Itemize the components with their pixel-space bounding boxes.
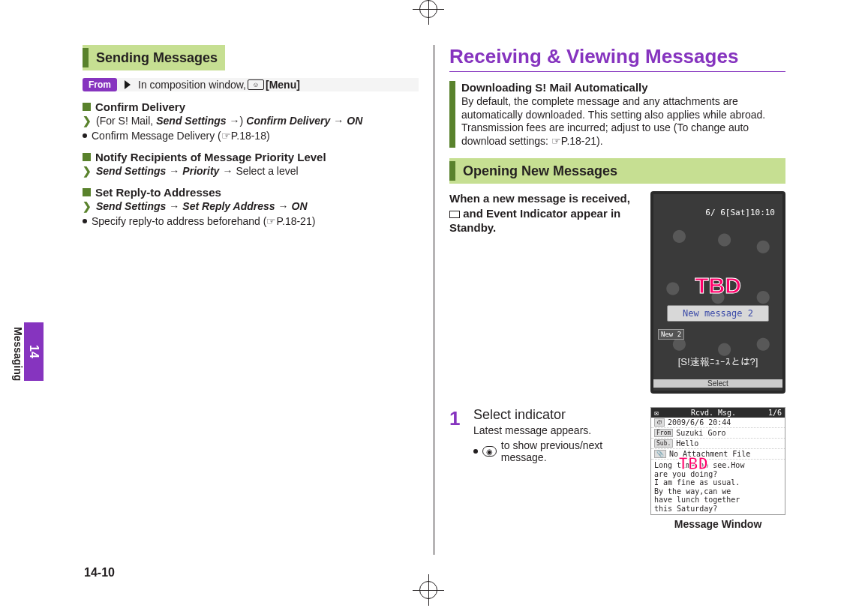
note-set-replyto: Specify reply-to address beforehand (☞P.… (83, 215, 419, 227)
mail-icon: ✉ (654, 409, 659, 417)
right-column: Receiving & Viewing Messages Downloading… (434, 45, 800, 555)
msg-from-row: From Suzuki Goro (651, 428, 785, 439)
path-notify-priority: ❯ Send Settings → Priority → Select a le… (83, 165, 419, 177)
info-auto-download: Downloading S! Mail Automatically By def… (449, 81, 785, 148)
mail-key-icon: ☺ (248, 79, 264, 90)
crop-mark-bottom (419, 581, 449, 611)
square-bullet-icon (83, 188, 91, 196)
msg-date-row: ⏱ 2009/6/6 20:44 (651, 418, 785, 428)
from-badge: From (83, 78, 117, 91)
chevron-right-icon: ❯ (83, 115, 92, 127)
softkey-select: Select (653, 379, 782, 388)
right-title: Receiving & Viewing Messages (449, 45, 785, 72)
section-opening-new: Opening New Messages (449, 158, 785, 184)
message-window-mock: ✉ Rcvd. Msg. 1/6 ⏱ 2009/6/6 20:44 From S… (650, 407, 785, 515)
section-bar-mark (83, 48, 89, 67)
msg-subject-row: Sub. Hello (651, 439, 785, 449)
section-sending-messages: Sending Messages (83, 45, 225, 70)
triangle-right-icon (125, 80, 131, 89)
path-set-replyto: ❯ Send Settings → Set Reply Address → ON (83, 200, 419, 212)
tbd-watermark: TBD (678, 454, 708, 473)
phone-standby-mock: 6/ 6[Sat]10:10 TBD New message 2 New 2 [… (650, 191, 785, 394)
clip-icon: 📎 (654, 450, 666, 458)
chevron-right-icon: ❯ (83, 165, 92, 177)
bullet-icon (83, 133, 87, 138)
subhead-confirm-delivery: Confirm Delivery (83, 100, 419, 113)
msg-caption: Message Window (650, 518, 785, 530)
step-number: 1 (449, 407, 464, 530)
when-text: When a new message is received, and Even… (449, 191, 643, 394)
info-bar-mark (449, 81, 455, 148)
step-note: ◉ to show previous/next message. (473, 439, 641, 463)
s-sokuho-ticker: [S!速報ﾆｭｰｽとは?] (653, 355, 782, 369)
section-bar-label: Opening New Messages (463, 163, 617, 179)
path-confirm-delivery: ❯ (For S! Mail, Send Settings →) Confirm… (83, 115, 419, 127)
new-count-badge: New 2 (658, 329, 684, 340)
info-head: Downloading S! Mail Automatically (461, 81, 785, 94)
tbd-watermark: TBD (653, 273, 782, 298)
from-text: In composition window, ☺ [Menu] (138, 79, 419, 91)
crop-mark-top (419, 0, 449, 30)
page-number: 14-10 (84, 566, 115, 580)
step-1-row: 1 Select indicator Latest message appear… (449, 407, 785, 530)
when-received-row: When a new message is received, and Even… (449, 191, 785, 394)
menu-key: ☺ [Menu] (248, 79, 300, 91)
from-line: From In composition window, ☺ [Menu] (83, 78, 419, 91)
side-tab-number: 14 (24, 322, 44, 381)
msg-attach-row: 📎 No Attachment File (651, 449, 785, 460)
clock-icon: ⏱ (654, 418, 665, 427)
bullet-icon (83, 219, 87, 223)
dpad-leftright-icon: ◉ (482, 446, 497, 457)
new-message-popup: New message 2 (667, 305, 769, 322)
mail-icon (449, 211, 460, 218)
subhead-notify-priority: Notify Recipients of Message Priority Le… (83, 151, 419, 163)
info-body: By default, the complete message and any… (461, 95, 785, 148)
bullet-icon (473, 449, 478, 454)
square-bullet-icon (83, 103, 91, 111)
side-tab: 14 Messaging (12, 322, 44, 381)
subhead-set-replyto: Set Reply-to Addresses (83, 186, 419, 199)
section-bar-label: Sending Messages (96, 50, 218, 66)
step-sub: Latest message appears. (473, 424, 641, 436)
phone-date: 6/ 6[Sat]10:10 (705, 208, 775, 217)
manual-page: 14 Messaging Sending Messages From In co… (68, 45, 800, 581)
note-confirm-delivery: Confirm Message Delivery (☞P.18-18) (83, 130, 419, 142)
step-head: Select indicator (473, 407, 641, 423)
square-bullet-icon (83, 153, 91, 161)
side-tab-label: Messaging (12, 327, 24, 381)
msg-body-text: Long time no see.How are you doing? I am… (651, 460, 785, 514)
msg-title-bar: ✉ Rcvd. Msg. 1/6 (651, 408, 785, 418)
sub-badge: Sub. (654, 439, 673, 448)
section-bar-mark (449, 161, 455, 181)
from-badge: From (654, 429, 673, 437)
left-column: Sending Messages From In composition win… (68, 45, 434, 555)
chevron-right-icon: ❯ (83, 200, 92, 212)
